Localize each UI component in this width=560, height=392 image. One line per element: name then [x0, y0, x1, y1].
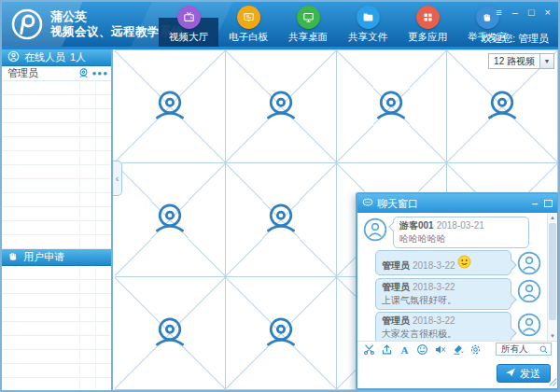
nav-item-video-hall[interactable]: 视频大厅	[159, 2, 218, 47]
empty-row	[2, 137, 111, 151]
scrollbar-thumb[interactable]	[549, 223, 556, 320]
message-bubble: 管理员2018-3-22 大家发言很积极。	[375, 312, 511, 341]
message-date: 2018-3-22	[413, 282, 455, 292]
chat-maximize-icon[interactable]	[544, 200, 553, 207]
scroll-up-icon[interactable]: ▲	[548, 213, 557, 222]
chat-scrollbar[interactable]: ▲ ▼	[547, 213, 557, 341]
member-name: 管理员	[7, 66, 77, 80]
empty-row	[2, 294, 111, 308]
avatar-icon	[517, 313, 541, 337]
nav-item-label: 更多应用	[408, 31, 447, 44]
close-icon[interactable]: ×	[545, 6, 551, 19]
smiley-emoji	[457, 255, 471, 272]
video-cell[interactable]	[226, 50, 337, 163]
empty-row	[2, 221, 111, 235]
more-apps-icon	[416, 6, 440, 29]
paper-plane-icon	[505, 367, 516, 380]
empty-row	[2, 81, 111, 95]
webcam-icon	[150, 90, 189, 123]
nav-item-whiteboard[interactable]: 电子白板	[218, 2, 278, 47]
empty-row	[2, 280, 111, 294]
empty-row	[2, 95, 111, 109]
empty-row	[2, 364, 111, 378]
online-members-header[interactable]: 在线人员 1人	[2, 49, 111, 66]
resize-grip[interactable]	[547, 376, 557, 388]
channel-selector[interactable]: 12 路视频 ▼	[488, 53, 554, 69]
minimize-icon[interactable]: –	[512, 6, 518, 19]
empty-row	[2, 266, 111, 280]
empty-row	[2, 235, 111, 249]
upload-icon[interactable]	[381, 343, 393, 356]
message-user: 管理员	[382, 282, 410, 292]
welcome-text: 欢迎您: 管理员	[482, 32, 549, 46]
empty-row	[2, 165, 111, 179]
nav-item-more-apps[interactable]: 更多应用	[398, 2, 457, 47]
chevron-left-icon: ‹	[116, 174, 119, 184]
webcam-icon	[261, 90, 301, 123]
chat-messages: 游客0012018-03-21 哈哈哈哈哈 管理员2018-3-22 管理员20…	[357, 213, 557, 341]
send-button[interactable]: 发送	[497, 364, 551, 383]
whiteboard-icon	[237, 6, 260, 29]
member-more-icon[interactable]: ●●●	[92, 69, 109, 77]
chat-window: 聊天窗口 – 游客0012018-03-21 哈哈哈哈哈 管理员2018-3-2…	[356, 192, 559, 390]
mute-icon[interactable]	[434, 343, 446, 356]
maximize-icon[interactable]: □	[528, 6, 535, 19]
message-text: 上课气氛很好呀。	[382, 294, 505, 306]
video-hall-icon	[177, 6, 201, 29]
webcam-icon	[371, 90, 411, 123]
channel-selector-value: 12 路视频	[488, 53, 540, 69]
member-camera-icon[interactable]	[77, 67, 90, 79]
font-icon[interactable]: A	[399, 343, 411, 356]
emoji-icon[interactable]	[416, 343, 428, 356]
empty-row	[2, 322, 111, 336]
video-cell[interactable]	[226, 277, 337, 390]
video-cell[interactable]	[226, 163, 337, 276]
scroll-down-icon[interactable]: ▼	[548, 331, 557, 341]
message-text: 大家发言很积极。	[382, 328, 505, 340]
chat-header[interactable]: 聊天窗口 –	[357, 194, 557, 213]
menu-icon[interactable]: ≡	[496, 6, 501, 19]
app-logo-icon	[10, 7, 44, 41]
online-members-label: 在线人员	[24, 50, 65, 64]
chat-bubble-icon	[362, 197, 373, 210]
user-apply-label: 用户申请	[23, 250, 64, 264]
online-members-count: 1人	[70, 50, 86, 64]
chat-minimize-icon[interactable]: –	[532, 200, 538, 207]
message-user: 游客001	[399, 220, 434, 231]
settings-icon[interactable]	[469, 343, 482, 356]
video-cell[interactable]	[115, 277, 226, 390]
message-text: 哈哈哈哈哈	[399, 232, 523, 245]
header-nav: 视频大厅电子白板共享桌面共享文件更多应用举手发言	[159, 2, 517, 47]
apply-list-empty	[2, 266, 111, 390]
chat-input-area[interactable]: 发送	[357, 357, 557, 388]
chevron-down-icon[interactable]: ▼	[540, 53, 554, 69]
empty-row	[2, 193, 111, 207]
cut-icon[interactable]	[363, 343, 375, 356]
user-apply-header[interactable]: 用户申请	[2, 249, 111, 266]
video-cell[interactable]	[115, 163, 226, 276]
avatar-icon	[517, 279, 541, 303]
message-bubble: 管理员2018-3-22	[375, 250, 511, 275]
message-date: 2018-03-21	[437, 220, 484, 231]
message-bubble: 游客0012018-03-21 哈哈哈哈哈	[393, 217, 529, 248]
online-list-empty	[2, 81, 111, 249]
sidebar-collapse-handle[interactable]: ‹	[113, 161, 122, 196]
chat-title: 聊天窗口	[377, 197, 418, 211]
nav-item-share-desktop[interactable]: 共享桌面	[278, 2, 338, 47]
message-user: 管理员	[382, 260, 410, 271]
chat-message: 管理员2018-3-22 上课气氛很好呀。	[361, 278, 543, 310]
svg-text:A: A	[401, 343, 409, 355]
empty-row	[2, 179, 111, 193]
webcam-icon	[261, 203, 301, 236]
eraser-icon[interactable]	[452, 343, 464, 356]
nav-item-label: 共享桌面	[288, 31, 328, 44]
member-row[interactable]: 管理员 ●●●	[2, 66, 111, 81]
video-cell[interactable]	[115, 50, 226, 163]
chat-window-controls: –	[532, 200, 553, 207]
nav-item-share-files[interactable]: 共享文件	[338, 2, 398, 47]
hand-icon	[7, 251, 19, 264]
nav-item-label: 共享文件	[348, 31, 387, 44]
empty-row	[2, 350, 111, 364]
recipient-selector[interactable]: 所有人	[496, 343, 552, 356]
video-cell[interactable]	[337, 50, 448, 163]
